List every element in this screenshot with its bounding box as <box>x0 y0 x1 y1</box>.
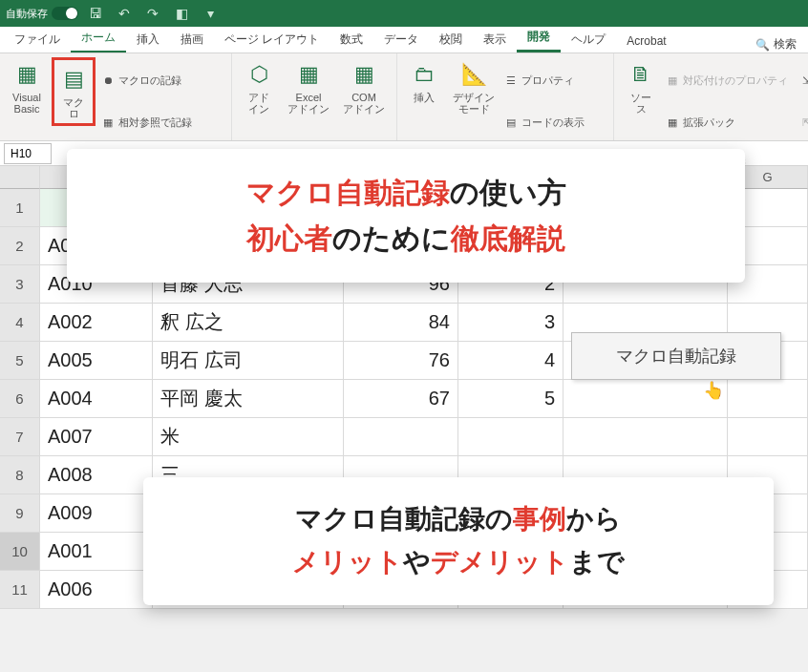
cell[interactable]: 米 <box>153 418 344 456</box>
callout-text: の使い方 <box>450 177 566 208</box>
cell[interactable]: 3 <box>458 304 563 342</box>
callout-text: のために <box>332 222 451 254</box>
table-row: 7A007米 <box>0 418 808 456</box>
callout-top: マクロ自動記録の使い方 初心者のために徹底解説 <box>67 149 745 283</box>
cell[interactable]: 84 <box>344 304 458 342</box>
cell[interactable]: A001 <box>40 533 153 571</box>
xml-io: ⇲インポート ⇱エクスポート <box>799 57 808 141</box>
cell[interactable] <box>458 418 563 456</box>
tab-draw[interactable]: 描画 <box>170 26 214 52</box>
callout-text: や <box>403 547 431 577</box>
relative-ref-button[interactable]: ▦相対参照で記録 <box>101 103 223 141</box>
insert-control-label: 挿入 <box>414 92 435 103</box>
row-header[interactable]: 10 <box>0 533 40 571</box>
tab-home[interactable]: ホーム <box>71 24 126 52</box>
autosave-toggle[interactable]: 自動保存 <box>6 7 78 21</box>
tab-data[interactable]: データ <box>373 26 429 52</box>
touch-mode-icon[interactable]: ◧ <box>174 6 189 21</box>
import-icon: ⇲ <box>799 74 808 87</box>
row-header[interactable]: 11 <box>0 571 40 609</box>
callout-text: 事例 <box>513 504 566 534</box>
callout-text: まで <box>569 547 625 577</box>
row-header[interactable]: 7 <box>0 418 40 456</box>
callout-text: から <box>566 504 622 534</box>
undo-icon[interactable]: ↶ <box>117 6 132 21</box>
cell[interactable]: A008 <box>40 456 153 494</box>
cell[interactable]: 5 <box>458 380 563 418</box>
tab-insert[interactable]: 挿入 <box>126 26 170 52</box>
cell[interactable]: 4 <box>458 342 563 380</box>
expansion-button[interactable]: ▦拡張パック <box>666 103 788 141</box>
cell[interactable]: 釈 広之 <box>153 304 344 342</box>
insert-control-button[interactable]: 🗀 挿入 <box>405 57 443 105</box>
quick-access-toolbar: 🖫 ↶ ↷ ◧ ▾ <box>88 6 218 21</box>
map-props-button[interactable]: ▦対応付けのプロパティ <box>666 61 788 99</box>
cell[interactable]: 67 <box>344 380 458 418</box>
macro-record-floating-button[interactable]: マクロ自動記録 <box>571 332 781 380</box>
row-header[interactable]: 4 <box>0 304 40 342</box>
cell[interactable]: A005 <box>40 342 153 380</box>
row-header[interactable]: 6 <box>0 380 40 418</box>
cell[interactable]: A009 <box>40 494 153 533</box>
cell[interactable]: A002 <box>40 304 153 342</box>
macro-record-floating-label: マクロ自動記録 <box>616 345 736 368</box>
record-icon: ⏺ <box>101 74 115 87</box>
design-mode-button[interactable]: 📐 デザイン モード <box>449 57 499 116</box>
callout-text: デメリット <box>431 547 569 577</box>
visual-basic-button[interactable]: ▦ Visual Basic <box>8 57 46 116</box>
com-addin-label: COM アドイン <box>343 92 385 115</box>
select-all-corner[interactable] <box>0 166 40 189</box>
cell[interactable] <box>344 418 458 456</box>
visual-basic-label: Visual Basic <box>11 92 42 115</box>
row-header[interactable]: 9 <box>0 494 40 533</box>
export-button[interactable]: ⇱エクスポート <box>799 103 808 141</box>
cell[interactable]: A004 <box>40 380 153 418</box>
tab-help[interactable]: ヘルプ <box>561 26 616 52</box>
cell[interactable]: A007 <box>40 418 153 456</box>
search-box[interactable]: 🔍 検索 <box>755 36 797 52</box>
tab-formulas[interactable]: 数式 <box>330 26 373 52</box>
view-code-button[interactable]: ▤コードの表示 <box>504 103 606 141</box>
properties-icon: ☰ <box>504 74 518 87</box>
cell[interactable]: 76 <box>344 342 458 380</box>
cell[interactable] <box>563 418 728 456</box>
import-button[interactable]: ⇲インポート <box>799 61 808 99</box>
excel-addin-button[interactable]: ▦ Excel アドイン <box>284 57 333 116</box>
addin-button[interactable]: ⬡ アド イン <box>240 57 278 116</box>
row-header[interactable]: 1 <box>0 189 40 227</box>
properties-button[interactable]: ☰プロパティ <box>504 61 606 99</box>
tab-acrobat[interactable]: Acrobat <box>616 29 676 52</box>
cell[interactable]: 平岡 慶太 <box>153 380 344 418</box>
cell[interactable] <box>728 418 808 456</box>
row-header[interactable]: 8 <box>0 456 40 494</box>
macro-button[interactable]: ▤ マクロ <box>52 57 96 126</box>
group-addins: ⬡ アド イン ▦ Excel アドイン ▦ COM アドイン <box>232 53 397 140</box>
record-macro-button[interactable]: ⏺マクロの記録 <box>101 61 223 99</box>
row-header[interactable]: 3 <box>0 265 40 304</box>
design-mode-icon: 📐 <box>458 59 489 90</box>
dropdown-icon[interactable]: ▾ <box>202 6 218 21</box>
tab-file[interactable]: ファイル <box>4 26 71 52</box>
tab-view[interactable]: 表示 <box>473 26 517 52</box>
row-header[interactable]: 5 <box>0 342 40 380</box>
cell[interactable]: A006 <box>40 571 153 609</box>
cursor-hand-icon: 👆 <box>703 380 724 401</box>
tab-review[interactable]: 校閲 <box>429 26 473 52</box>
cell[interactable]: 明石 広司 <box>153 342 344 380</box>
com-addin-icon: ▦ <box>349 59 379 90</box>
tab-developer[interactable]: 開発 <box>517 23 561 52</box>
source-label: ソース <box>626 92 656 115</box>
search-icon: 🔍 <box>755 38 770 52</box>
visual-basic-icon: ▦ <box>11 59 42 90</box>
source-button[interactable]: 🗎 ソース <box>622 57 660 116</box>
cell[interactable] <box>728 380 808 418</box>
tab-pagelayout[interactable]: ページ レイアウト <box>214 26 330 52</box>
com-addin-button[interactable]: ▦ COM アドイン <box>339 57 389 116</box>
redo-icon[interactable]: ↷ <box>145 6 160 21</box>
addin-label: アド イン <box>248 92 269 115</box>
code-icon: ▤ <box>504 116 518 129</box>
group-xml: 🗎 ソース ▦対応付けのプロパティ ▦拡張パック ⟳データの更新 ⇲インポート … <box>614 53 808 140</box>
name-box[interactable] <box>4 143 52 164</box>
save-icon[interactable]: 🖫 <box>88 6 103 21</box>
row-header[interactable]: 2 <box>0 227 40 265</box>
